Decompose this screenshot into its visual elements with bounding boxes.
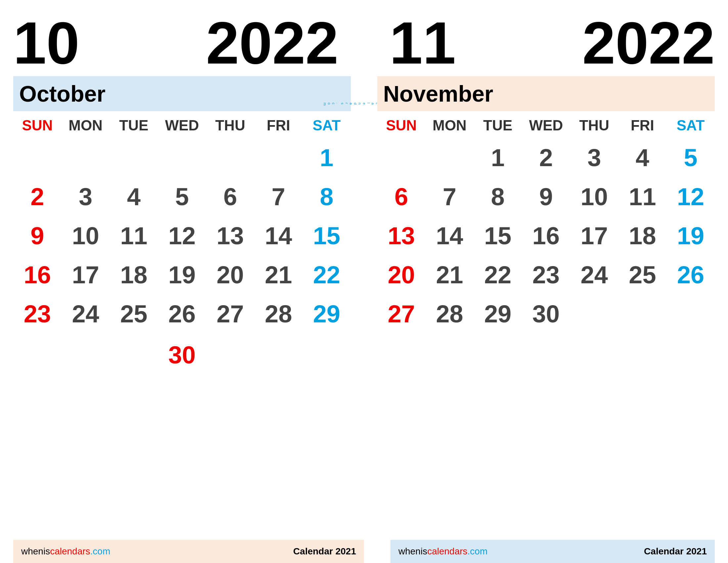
oct-w2-thu: 6 xyxy=(206,177,254,216)
oct-w5-sat: 29 xyxy=(302,295,351,334)
oct-w3-sun: 9 xyxy=(13,216,62,256)
footer-right-calendars-text: calendars xyxy=(427,546,467,556)
nov-week-3: 13 14 15 16 17 18 19 xyxy=(377,216,715,256)
oct-w3-thu: 13 xyxy=(206,216,254,256)
november-title-bar: November xyxy=(377,76,715,111)
october-day-headers: SUN MON TUE WED THU FRI SAT xyxy=(13,114,351,137)
november-year: 2022 xyxy=(582,13,715,73)
oct-w3-fri: 14 xyxy=(254,216,303,256)
footer-right-cal: Calendar 2021 xyxy=(644,546,707,557)
nov-w4-thu: 24 xyxy=(570,256,618,295)
nov-w1-fri: 4 xyxy=(618,138,667,177)
nov-week-5: 27 28 29 30 xyxy=(377,295,715,334)
oct-w4-mon: 17 xyxy=(62,256,110,295)
nov-w3-fri: 18 xyxy=(618,216,667,256)
oct-w5-wed: 26 xyxy=(158,295,206,334)
footer-right: wheniscalendars.com Calendar 2021 xyxy=(390,540,715,563)
oct-w1-sat: 1 xyxy=(302,138,351,177)
october-calendar: October SUN MON TUE WED THU FRI SAT 1 xyxy=(13,76,351,540)
oct-w5-tue: 25 xyxy=(110,295,158,334)
nov-w1-thu: 3 xyxy=(570,138,618,177)
oct-w2-mon: 3 xyxy=(62,177,110,216)
nov-w3-sun: 13 xyxy=(377,216,426,256)
oct-w4-sat: 22 xyxy=(302,256,351,295)
november-day-headers: SUN MON TUE WED THU FRI SAT xyxy=(377,114,715,137)
oct-w1-sun xyxy=(13,138,62,177)
footer-right-domain-text: .com xyxy=(468,546,488,556)
oct-week-1: 1 xyxy=(13,138,351,177)
october-year: 2022 xyxy=(206,13,338,73)
footer-left-site[interactable]: wheniscalendars.com xyxy=(21,546,110,557)
nov-w1-tue: 1 xyxy=(474,138,522,177)
oct-header-sat: SAT xyxy=(302,114,351,137)
nov-w2-sun: 6 xyxy=(377,177,426,216)
oct-header-tue: TUE xyxy=(110,114,158,137)
footer-divider xyxy=(364,540,390,563)
oct-w3-tue: 11 xyxy=(110,216,158,256)
oct-day-30: 30 xyxy=(13,334,351,376)
nov-header-mon: MON xyxy=(426,114,474,137)
october-title-bar: October xyxy=(13,76,351,111)
oct-w4-tue: 18 xyxy=(110,256,158,295)
footer-domain-text: .com xyxy=(90,546,111,556)
oct-header-fri: FRI xyxy=(254,114,303,137)
nov-w2-fri: 11 xyxy=(618,177,667,216)
oct-w3-sat: 15 xyxy=(302,216,351,256)
oct-w5-sun: 23 xyxy=(13,295,62,334)
nov-w4-sat: 26 xyxy=(666,256,715,295)
oct-w5-thu: 27 xyxy=(206,295,254,334)
footer-calendars-text: calendars xyxy=(50,546,90,556)
oct-header-mon: MON xyxy=(62,114,110,137)
november-month-number: 11 xyxy=(389,13,456,73)
october-title: October xyxy=(19,81,106,106)
footer-left-cal: Calendar 2021 xyxy=(293,546,356,557)
nov-w1-mon xyxy=(426,138,474,177)
nov-header-tue: TUE xyxy=(474,114,522,137)
footer-right-whenis-text: whenis xyxy=(398,546,427,556)
oct-w4-thu: 20 xyxy=(206,256,254,295)
oct-w1-wed xyxy=(158,138,206,177)
nov-w1-sat: 5 xyxy=(666,138,715,177)
nov-w5-wed: 30 xyxy=(522,295,570,334)
oct-w2-wed: 5 xyxy=(158,177,206,216)
october-month-number: 10 xyxy=(13,13,79,73)
oct-w1-tue xyxy=(110,138,158,177)
oct-w3-wed: 12 xyxy=(158,216,206,256)
nov-w4-wed: 23 xyxy=(522,256,570,295)
nov-week-1: 1 2 3 4 5 xyxy=(377,138,715,177)
nov-w5-thu xyxy=(570,295,618,334)
nov-w3-sat: 19 xyxy=(666,216,715,256)
oct-w3-mon: 10 xyxy=(62,216,110,256)
nov-w3-wed: 16 xyxy=(522,216,570,256)
oct-w1-thu xyxy=(206,138,254,177)
nov-w5-tue: 29 xyxy=(474,295,522,334)
nov-week-2: 6 7 8 9 10 11 12 xyxy=(377,177,715,216)
nov-w4-tue: 22 xyxy=(474,256,522,295)
oct-w2-fri: 7 xyxy=(254,177,303,216)
footer-left: wheniscalendars.com Calendar 2021 xyxy=(13,540,364,563)
nov-w2-tue: 8 xyxy=(474,177,522,216)
nov-header-wed: WED xyxy=(522,114,570,137)
nov-w1-wed: 2 xyxy=(522,138,570,177)
november-calendar: November SUN MON TUE WED THU FRI SAT 1 2… xyxy=(377,76,715,540)
nov-w4-sun: 20 xyxy=(377,256,426,295)
footer-right-site[interactable]: wheniscalendars.com xyxy=(398,546,487,557)
oct-w4-sun: 16 xyxy=(13,256,62,295)
nov-header-sat: SAT xyxy=(666,114,715,137)
oct-header-sun: SUN xyxy=(13,114,62,137)
oct-w2-sun: 2 xyxy=(13,177,62,216)
oct-w1-fri xyxy=(254,138,303,177)
nov-w2-mon: 7 xyxy=(426,177,474,216)
oct-w5-mon: 24 xyxy=(62,295,110,334)
nov-w2-sat: 12 xyxy=(666,177,715,216)
nov-w3-tue: 15 xyxy=(474,216,522,256)
nov-w5-fri xyxy=(618,295,667,334)
nov-header-sun: SUN xyxy=(377,114,426,137)
oct-w2-tue: 4 xyxy=(110,177,158,216)
oct-w4-wed: 19 xyxy=(158,256,206,295)
oct-header-wed: WED xyxy=(158,114,206,137)
nov-week-4: 20 21 22 23 24 25 26 xyxy=(377,256,715,295)
footer: wheniscalendars.com Calendar 2021 whenis… xyxy=(13,540,715,563)
oct-w2-sat: 8 xyxy=(302,177,351,216)
oct-week-5: 23 24 25 26 27 28 29 xyxy=(13,295,351,334)
